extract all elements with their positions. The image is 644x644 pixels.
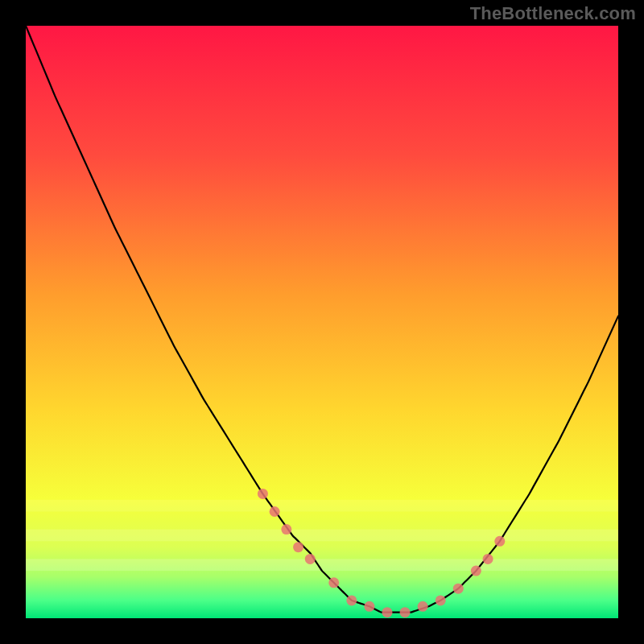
data-point <box>494 536 505 547</box>
highlight-band <box>26 530 618 542</box>
data-point <box>270 506 280 517</box>
data-point <box>281 524 291 535</box>
data-point <box>305 554 316 564</box>
data-point <box>364 601 374 612</box>
chart-svg <box>26 26 618 618</box>
data-point <box>418 601 428 612</box>
plot-area <box>26 26 618 618</box>
data-point <box>328 577 339 588</box>
data-point <box>293 542 303 552</box>
data-point <box>400 607 411 617</box>
data-point <box>258 489 268 499</box>
watermark-text: TheBottleneck.com <box>470 3 636 24</box>
data-point <box>483 554 493 564</box>
data-point <box>346 595 357 605</box>
data-point <box>382 607 392 617</box>
highlight-band <box>26 559 618 571</box>
data-point <box>471 566 481 576</box>
chart-container: TheBottleneck.com <box>0 0 644 644</box>
data-point <box>436 595 446 605</box>
highlight-band <box>26 500 618 512</box>
data-point <box>453 584 464 594</box>
